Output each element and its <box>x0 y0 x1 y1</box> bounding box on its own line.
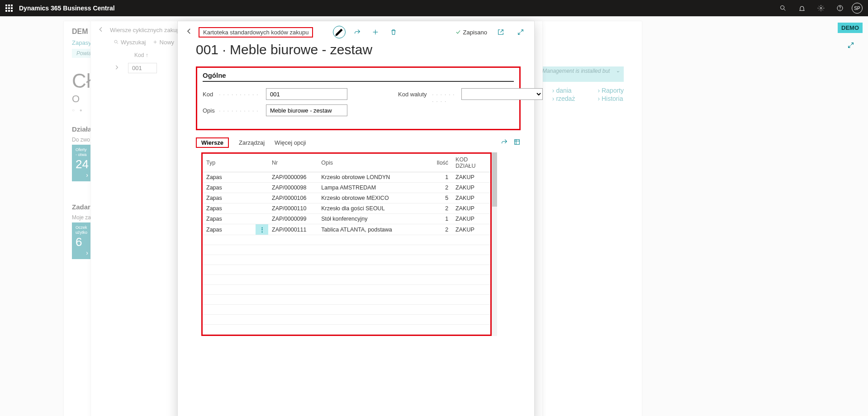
list-search[interactable]: Wyszukaj <box>114 39 146 46</box>
general-header: Ogólne <box>203 71 514 82</box>
cue-label-2: - otwa <box>76 152 87 157</box>
card-back-button[interactable] <box>185 27 193 37</box>
share-icon[interactable] <box>351 26 364 38</box>
right-arrow-icon <box>114 64 120 72</box>
tab-lines[interactable]: Wiersze <box>196 137 229 148</box>
input-kod[interactable] <box>266 88 347 100</box>
col-opis[interactable]: Opis <box>318 154 427 172</box>
input-opis[interactable] <box>266 104 347 116</box>
cue2-arrow-icon: › <box>76 249 88 256</box>
row-menu-icon[interactable]: ⋮ <box>259 227 265 233</box>
table-row-empty[interactable] <box>203 265 490 275</box>
list-back-button[interactable] <box>97 26 104 34</box>
svg-point-5 <box>114 40 117 43</box>
table-row-empty[interactable] <box>203 325 490 335</box>
label-kod-waluty: Kod waluty <box>398 91 457 98</box>
help-icon[interactable] <box>833 1 847 15</box>
expand-icon[interactable] <box>847 42 854 51</box>
table-row[interactable]: ZapasZAP/0000096Krzesło obrotowe LONDYN1… <box>203 172 490 183</box>
table-row-empty[interactable] <box>203 305 490 315</box>
table-row-empty[interactable] <box>203 315 490 325</box>
cue2-value: 6 <box>76 235 88 249</box>
general-fasttab: Ogólne Kod Opis Kod waluty <box>196 66 521 130</box>
table-row-empty[interactable] <box>203 235 490 245</box>
table-row[interactable]: ZapasZAP/0000099Stół konferencyjny1ZAKUP <box>203 214 490 224</box>
action-links: › dania › rzedaż › Raporty › Historia <box>552 86 624 103</box>
table-row-empty[interactable] <box>203 255 490 265</box>
list-new[interactable]: Nowy <box>152 39 175 46</box>
table-row[interactable]: ZapasZAP/0000098Lampa AMSTREDAM2ZAKUP <box>203 183 490 193</box>
new-icon[interactable] <box>369 26 382 38</box>
lines-maximize-icon[interactable] <box>513 138 521 147</box>
select-kod-waluty[interactable] <box>461 88 543 100</box>
workspace-backdrop: DEM Zapasy Powia Cł O ○ ● Działa Do zwo … <box>0 16 868 416</box>
lines-more-options[interactable]: Więcej opcji <box>275 139 306 146</box>
list-title: Wiersze cyklicznych zakupó <box>110 27 183 33</box>
app-launcher-icon[interactable] <box>5 5 13 12</box>
lines-share-icon[interactable] <box>501 138 508 147</box>
svg-point-2 <box>820 7 822 9</box>
lines-grid-wrapper: Typ Nr Opis Ilość KOD DZIAŁU ZapasZAP/00… <box>201 152 521 336</box>
svg-point-0 <box>781 6 784 9</box>
global-header: Dynamics 365 Business Central SP <box>0 0 868 16</box>
page-title: 001 · Meble biurowe - zestaw <box>178 41 534 64</box>
label-opis: Opis <box>203 107 261 114</box>
edit-button[interactable] <box>333 26 346 38</box>
user-avatar[interactable]: SP <box>852 3 863 14</box>
demo-badge: DEMO <box>838 23 863 33</box>
svg-rect-11 <box>515 140 520 145</box>
notifications-icon[interactable] <box>795 1 809 15</box>
cue2-label-1: Oczek <box>76 225 87 230</box>
lines-toolbar: Wiersze Zarządzaj Więcej opcji <box>178 130 534 148</box>
col-typ[interactable]: Typ <box>203 154 256 172</box>
col-kod-dzialu[interactable]: KOD DZIAŁU <box>452 154 490 172</box>
lines-manage[interactable]: Zarządzaj <box>239 139 265 146</box>
label-kod: Kod <box>203 91 261 98</box>
svg-point-4 <box>840 9 840 10</box>
card-toolbar: Kartoteka standardowych kodów zakupu Zap… <box>178 21 534 41</box>
app-title: Dynamics 365 Business Central <box>19 5 115 12</box>
table-row[interactable]: ZapasZAP/0000110Krzesło dla gości SEOUL2… <box>203 203 490 214</box>
cue-tile-offers[interactable]: Oferty- otwa 24 › <box>72 145 92 181</box>
link-dania[interactable]: › dania <box>552 87 572 94</box>
expand-card-icon[interactable] <box>514 26 527 38</box>
table-row[interactable]: ZapasZAP/0000106Krzesło obrotowe MEXICO5… <box>203 193 490 203</box>
breadcrumb: Kartoteka standardowych kodów zakupu <box>199 27 313 38</box>
col-ilosc[interactable]: Ilość <box>428 154 452 172</box>
cue2-label-2: użytko <box>76 230 87 235</box>
settings-icon[interactable] <box>814 1 828 15</box>
purchase-code-card: Kartoteka standardowych kodów zakupu Zap… <box>177 21 535 416</box>
svg-line-6 <box>117 43 119 44</box>
cue-arrow-icon: › <box>76 171 88 179</box>
grid-header-row: Typ Nr Opis Ilość KOD DZIAŁU <box>203 154 490 172</box>
lines-grid[interactable]: Typ Nr Opis Ilość KOD DZIAŁU ZapasZAP/00… <box>203 154 490 335</box>
grid-scrollbar[interactable] <box>492 152 497 336</box>
table-row[interactable]: Zapas⋮ZAP/0000111Tablica ATLANTA, podsta… <box>203 224 490 235</box>
table-row-empty[interactable] <box>203 295 490 305</box>
cue-value: 24 <box>76 157 88 171</box>
table-row-empty[interactable] <box>203 245 490 255</box>
link-raporty[interactable]: › Raporty <box>598 87 624 94</box>
cue-tile-pending[interactable]: Oczekużytko 6 › <box>72 222 92 259</box>
cue-label-1: Oferty <box>76 147 87 152</box>
table-row-empty[interactable] <box>203 285 490 295</box>
link-historia[interactable]: › Historia <box>598 95 623 102</box>
table-row-empty[interactable] <box>203 275 490 285</box>
popout-icon[interactable] <box>494 26 507 38</box>
link-rzedaz[interactable]: › rzedaż <box>552 95 575 102</box>
svg-line-1 <box>784 9 785 10</box>
search-icon[interactable] <box>776 1 790 15</box>
list-row-code: 001 <box>128 63 157 73</box>
save-status: Zapisano <box>455 29 487 36</box>
delete-icon[interactable] <box>387 26 400 38</box>
col-nr[interactable]: Nr <box>268 154 318 172</box>
